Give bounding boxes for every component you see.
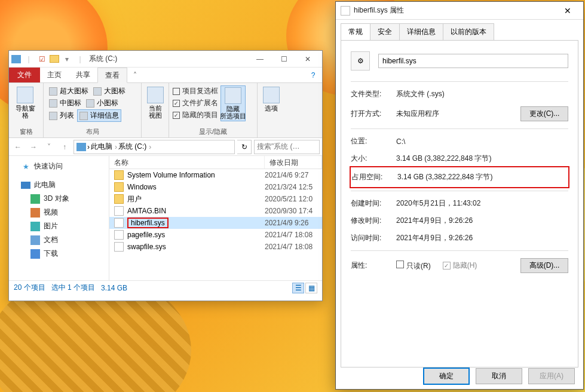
label-attributes: 属性:	[351, 261, 396, 271]
value-filetype: 系统文件 (.sys)	[396, 89, 568, 99]
nav-forward-button[interactable]: →	[27, 140, 40, 154]
ribbon-collapse-button[interactable]: ˄	[127, 68, 143, 82]
folder-icon	[114, 182, 124, 192]
file-icon	[114, 230, 124, 240]
nav-this-pc[interactable]: 此电脑	[10, 178, 108, 192]
ribbon-tabs: 文件 主页 共享 查看 ˄ ?	[9, 68, 322, 83]
table-row[interactable]: hiberfil.sys2021/4/9 9:26	[109, 217, 322, 229]
navigation-tree[interactable]: ★快速访问 此电脑 3D 对象 视频 图片 文档 下载	[9, 156, 109, 280]
tab-security[interactable]: 安全	[370, 23, 400, 40]
qa-checkbox-icon[interactable]: ☑	[36, 54, 47, 65]
group-label-layout: 布局	[47, 126, 137, 136]
col-name[interactable]: 名称	[109, 156, 265, 169]
highlight-size-on-disk: 占用空间:3.14 GB (3,382,222,848 字节)	[350, 166, 569, 188]
view-thumbnails-icon[interactable]: ▦	[305, 283, 317, 293]
breadcrumb-item[interactable]: 系统 (C:)›	[118, 142, 151, 152]
view-details-icon[interactable]: ☰	[292, 283, 304, 293]
nav-back-button[interactable]: ←	[11, 140, 24, 154]
layout-small[interactable]: 小图标	[84, 97, 120, 109]
layout-details[interactable]: 详细信息	[77, 109, 121, 122]
close-button[interactable]: ✕	[557, 2, 578, 19]
properties-dialog: hiberfil.sys 属性 ✕ 常规 安全 详细信息 以前的版本 ⚙ hib…	[335, 1, 584, 390]
chk-hidden-items[interactable]: ✓隐藏的项目	[173, 109, 218, 121]
col-date[interactable]: 修改日期	[265, 156, 322, 169]
status-count: 20 个项目	[14, 283, 45, 293]
value-size: 3.14 GB (3,382,222,848 字节)	[396, 154, 568, 164]
tab-previous-versions[interactable]: 以前的版本	[443, 23, 494, 40]
chk-item-checkboxes[interactable]: 项目复选框	[173, 85, 218, 97]
close-button[interactable]: ✕	[296, 51, 320, 68]
nav-videos[interactable]: 视频	[10, 206, 108, 219]
window-title: 系统 (C:)	[89, 54, 117, 64]
layout-medium[interactable]: 中图标	[47, 97, 83, 109]
nav-3d-objects[interactable]: 3D 对象	[10, 192, 108, 206]
label-modified: 修改时间:	[351, 216, 396, 226]
options-button[interactable]: 选项	[261, 85, 281, 113]
nav-downloads[interactable]: 下载	[10, 247, 108, 261]
layout-large[interactable]: 大图标	[91, 85, 127, 97]
tab-share[interactable]: 共享	[69, 68, 97, 82]
tab-view[interactable]: 查看	[97, 68, 127, 83]
value-openwith: 未知应用程序	[396, 109, 520, 119]
table-row[interactable]: Windows2021/3/24 12:5	[109, 181, 322, 193]
label-created: 创建时间:	[351, 198, 396, 209]
change-button[interactable]: 更改(C)...	[520, 106, 568, 121]
value-modified: 2021年4月9日，9:26:26	[396, 216, 568, 226]
layout-extra-large[interactable]: 超大图标	[47, 85, 90, 97]
table-row[interactable]: pagefile.sys2021/4/7 18:08	[109, 229, 322, 241]
current-view-button[interactable]: 当前 视图	[145, 85, 165, 120]
nav-pictures[interactable]: 图片	[10, 219, 108, 233]
group-label-panes: 窗格	[13, 126, 39, 136]
nav-up-button[interactable]: ↑	[58, 140, 71, 154]
properties-titlebar[interactable]: hiberfil.sys 属性 ✕	[336, 2, 583, 20]
breadcrumb-item[interactable]: 此电脑›	[91, 142, 117, 152]
filename-field[interactable]: hiberfil.sys	[378, 54, 568, 68]
table-row[interactable]: AMTAG.BIN2020/9/30 17:4	[109, 205, 322, 217]
explorer-titlebar[interactable]: | ☑ ▾ | 系统 (C:) — ☐ ✕	[9, 51, 322, 68]
minimize-button[interactable]: —	[248, 51, 272, 68]
label-location: 位置:	[351, 136, 396, 146]
list-header[interactable]: 名称 修改日期	[109, 156, 322, 169]
refresh-button[interactable]: ↻	[237, 140, 252, 154]
chk-file-extensions[interactable]: ✓文件扩展名	[173, 97, 218, 109]
navigation-pane-button[interactable]: 导航窗格	[13, 85, 38, 120]
ok-button[interactable]: 确定	[423, 368, 470, 385]
properties-body: ⚙ hiberfil.sys 文件类型:系统文件 (.sys) 打开方式:未知应…	[341, 40, 578, 368]
label-accessed: 访问时间:	[351, 233, 396, 243]
breadcrumb[interactable]: › 此电脑› 系统 (C:)›	[73, 140, 235, 154]
dialog-title: hiberfil.sys 属性	[354, 5, 404, 16]
help-button[interactable]: ?	[304, 68, 322, 82]
table-row[interactable]: swapfile.sys2021/4/7 18:08	[109, 241, 322, 253]
chk-readonly[interactable]: 只读(R)	[396, 261, 431, 271]
label-size: 大小:	[351, 154, 396, 164]
search-input[interactable]: 搜索"系统 (…	[254, 140, 320, 154]
hide-selected-button[interactable]: 隐藏 所选项目	[220, 85, 246, 121]
value-location: C:\	[396, 137, 568, 146]
tab-general[interactable]: 常规	[341, 23, 370, 40]
chk-hidden: ✓隐藏(H)	[443, 261, 477, 271]
nav-quick-access[interactable]: ★快速访问	[10, 160, 108, 173]
folder-icon	[50, 55, 59, 63]
group-label-showhide: 显示/隐藏	[173, 126, 253, 136]
file-icon	[341, 6, 350, 16]
layout-list[interactable]: 列表	[47, 109, 76, 122]
tab-home[interactable]: 主页	[40, 68, 69, 82]
cancel-button[interactable]: 取消	[476, 368, 522, 384]
nav-documents[interactable]: 文档	[10, 233, 108, 247]
qa-separator: |	[23, 54, 34, 65]
file-icon	[114, 242, 124, 252]
tab-details[interactable]: 详细信息	[399, 23, 443, 40]
address-bar: ← → ˅ ↑ › 此电脑› 系统 (C:)› ↻ 搜索"系统 (…	[9, 138, 322, 156]
advanced-button[interactable]: 高级(D)...	[520, 258, 568, 273]
maximize-button[interactable]: ☐	[272, 51, 296, 68]
value-created: 2020年5月21日，11:43:02	[396, 198, 568, 209]
qa-overflow[interactable]: ▾	[62, 54, 72, 65]
table-row[interactable]: System Volume Information2021/4/6 9:27	[109, 169, 322, 181]
file-list: 名称 修改日期 System Volume Information2021/4/…	[109, 156, 322, 280]
apply-button[interactable]: 应用(A)	[528, 368, 575, 384]
drive-icon	[11, 55, 21, 63]
table-row[interactable]: 用户2020/5/21 12:0	[109, 193, 322, 205]
tab-file[interactable]: 文件	[9, 68, 40, 82]
nav-recent-button[interactable]: ˅	[42, 140, 56, 154]
label-filetype: 文件类型:	[351, 89, 396, 99]
